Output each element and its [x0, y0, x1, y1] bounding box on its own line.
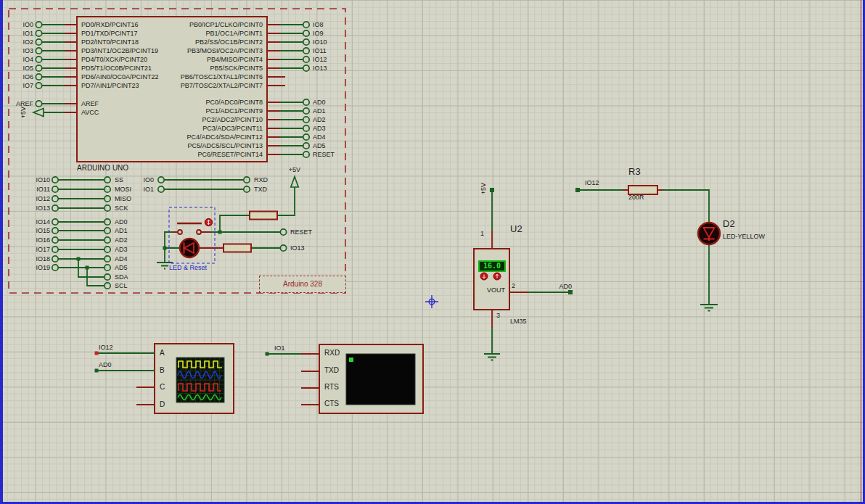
- terminal-label: AD0: [115, 218, 128, 226]
- led-series-resistor[interactable]: [224, 244, 251, 252]
- avcc-power-arrow: [33, 109, 44, 117]
- plus5v-power-arrow: [291, 177, 298, 188]
- pin-name: PD0/RXD/PCINT16: [81, 21, 139, 28]
- terminal-label: AD5: [313, 142, 326, 149]
- terminal-label: AD5: [115, 264, 128, 271]
- reset-terminal[interactable]: [280, 229, 286, 235]
- scope-channel-label: C: [160, 383, 165, 391]
- scope-channel-label: A: [160, 349, 165, 357]
- terminal-label: MISO: [115, 195, 131, 202]
- junction-dot: [218, 231, 222, 234]
- part-reference[interactable]: U2: [510, 224, 522, 234]
- virtual-terminal[interactable]: [266, 344, 424, 413]
- terminal-label: IO10: [26, 176, 50, 183]
- terminal-label: AD0: [313, 99, 326, 106]
- pin-name: PC5/ADC5/SCL/PCINT13: [173, 142, 263, 149]
- net-node: [568, 290, 573, 294]
- terminal-label: IO0: [9, 21, 33, 28]
- io13-terminal[interactable]: [280, 245, 286, 251]
- terminal-label: IO8: [313, 21, 324, 28]
- terminal-label: IO3: [9, 47, 33, 54]
- terminal-label: IO13: [26, 205, 50, 212]
- pin-name: AREF: [81, 100, 99, 107]
- junction-dot: [86, 266, 89, 270]
- terminal-label: SDA: [115, 273, 128, 281]
- part-reference[interactable]: D2: [723, 219, 735, 229]
- net-node: [266, 352, 269, 356]
- terminal-label: SCL: [115, 282, 128, 289]
- led-yellow-branch[interactable]: [575, 186, 720, 311]
- part-reference[interactable]: R3: [628, 167, 641, 177]
- pin-name: PC2/ADC2/PCINT10: [173, 116, 263, 123]
- terminal-label: IO19: [26, 264, 50, 271]
- terminal-label: MOSI: [115, 186, 131, 193]
- lm35-sensor[interactable]: [474, 188, 573, 360]
- net-node: [95, 369, 99, 373]
- origin-crosshair-icon: [425, 295, 438, 308]
- net-label: IO1: [274, 344, 285, 352]
- junction-dot: [77, 257, 81, 261]
- pushbutton-actuation-marker[interactable]: [205, 218, 212, 226]
- lm35-body[interactable]: [474, 249, 509, 310]
- terminal-label: IO11: [313, 47, 327, 54]
- pin-name: PB6/TOSC1/XTAL1/PCINT6: [173, 73, 263, 80]
- terminal-label: IO1: [134, 186, 154, 193]
- terminal-label: IO12: [313, 56, 327, 63]
- pin-name: PB1/OC1A/PCINT1: [173, 30, 263, 37]
- part-value: LM35: [510, 318, 527, 325]
- net-label: AD0: [549, 283, 572, 290]
- pin-name: PD3/INT1/OC2B/PCINT19: [81, 47, 158, 54]
- terminal-label: SS: [115, 176, 123, 183]
- led-d2[interactable]: [698, 223, 720, 244]
- terminal-label: IO18: [26, 255, 50, 263]
- terminal-label: RESET: [290, 228, 312, 236]
- pin-name: PB5/SCK/PCINT5: [173, 65, 263, 72]
- terminal-pin-label: RXD: [324, 349, 340, 357]
- terminal-label: IO7: [9, 82, 33, 89]
- pin-name: PC6/RESET/PCINT14: [173, 151, 263, 158]
- module-name-box[interactable]: Arduino 328: [259, 276, 346, 293]
- terminal-label: IO5: [9, 65, 33, 72]
- led-reset-circuit[interactable]: [157, 177, 298, 269]
- terminal-label: RESET: [313, 151, 335, 158]
- terminal-label: AD2: [313, 116, 326, 123]
- terminal-pin-label: RTS: [324, 383, 339, 391]
- pin-name: PD2/INT0/PCINT18: [81, 38, 139, 46]
- pin-name: VOUT: [477, 286, 505, 294]
- part-value: LED-YELLOW: [723, 233, 765, 240]
- pin-name: AVCC: [81, 109, 99, 116]
- pin-name: PB7/TOSC2/XTAL2/PCINT7: [173, 82, 263, 89]
- lm35-increase-button[interactable]: [493, 273, 501, 280]
- onboard-led[interactable]: [180, 239, 199, 257]
- terminal-label: AD4: [313, 133, 326, 141]
- pin-name: PD6/AIN0/OC0A/PCINT22: [81, 73, 159, 80]
- terminal-label: IO13: [290, 244, 305, 252]
- terminal-screen: [346, 354, 415, 405]
- terminal-label: AD1: [313, 107, 326, 115]
- pin-name: PD1/TXD/PCINT17: [81, 30, 138, 37]
- pushbutton-contact[interactable]: [178, 230, 182, 234]
- power-node: [490, 188, 494, 192]
- window-border-left: [0, 0, 3, 504]
- terminal-label: IO9: [313, 30, 324, 37]
- schematic-canvas[interactable]: IO0 IO1 IO2 IO3 IO4 IO5 IO6 IO7 PD0/RXD/…: [0, 0, 865, 504]
- terminal-label: IO2: [9, 38, 33, 46]
- pin-name: PD5/T1/OC0B/PCINT21: [81, 65, 152, 72]
- power-label: +5V: [20, 104, 27, 121]
- reset-pullup-resistor[interactable]: [250, 212, 277, 220]
- pin-number: 1: [480, 230, 484, 237]
- terminal-label: IO12: [26, 195, 50, 202]
- net-label: IO12: [99, 344, 113, 351]
- junction-dot: [163, 247, 167, 250]
- pushbutton-contact[interactable]: [197, 230, 201, 234]
- arduino-uno-chip[interactable]: [33, 17, 309, 162]
- terminal-pin-label: TXD: [324, 366, 339, 374]
- power-label: +5V: [284, 166, 305, 173]
- pin-number: 3: [496, 312, 500, 319]
- terminal-label: TXD: [254, 186, 267, 193]
- lm35-display-value: 16.0: [480, 262, 504, 270]
- pin-name: PB2/SS/OC1B/PCINT2: [173, 38, 263, 46]
- terminal-label: IO16: [26, 236, 50, 244]
- ground-symbol: [484, 354, 500, 360]
- lm35-decrease-button[interactable]: [480, 273, 488, 280]
